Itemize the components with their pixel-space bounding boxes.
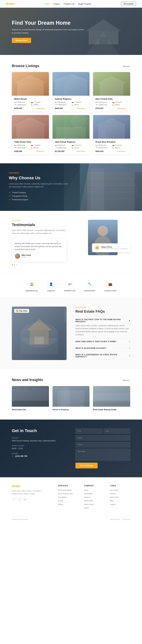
news-card-3: Real Estate Buying Guide (93, 386, 130, 411)
listing-beds-6: 4 Bedrooms (95, 144, 111, 146)
listing-beds-2: 4 Bedrooms (55, 101, 70, 103)
faq-item-2[interactable]: How long does it take to buy a home? ∨ (75, 338, 130, 345)
footer-bottom-links: Privacy Policy Our Terms (110, 518, 130, 520)
listing-read-more-4[interactable]: Read More (36, 150, 46, 152)
nav-property-list[interactable]: Property List (64, 3, 74, 5)
footer-link-a-1[interactable]: Our Clients (110, 489, 118, 491)
listing-size-4: 450m2 (31, 147, 46, 149)
footer-service-link-3[interactable]: Consultation (58, 496, 67, 498)
service-residential: 🏠 Residential (26, 280, 38, 292)
get-quote-button[interactable]: Get a Quote (121, 2, 136, 6)
svg-rect-19 (98, 125, 125, 139)
browse-view-all[interactable]: View All (123, 65, 130, 68)
agents-icon: 👤 (47, 280, 55, 288)
form-email[interactable] (75, 435, 130, 440)
form-last-name[interactable] (103, 428, 130, 434)
contact-hours-label: Work Hours (12, 445, 67, 446)
footer-link-a-2[interactable]: Contact (110, 493, 116, 494)
services-bar: 🏠 Residential 👤 Agents 🏷 Promotion 🔧 Wor… (0, 274, 142, 298)
listing-card: Rental Tulip Ocean View 4 Bedrooms 2 Car… (12, 115, 49, 154)
listing-beds-5: 6 Bedrooms (55, 144, 70, 146)
faq-question-3: What is an escrow account? ∨ (75, 347, 130, 350)
listing-price-4: $350,000 (14, 150, 22, 152)
listing-read-more-2[interactable]: Read More (77, 108, 87, 109)
social-icons: f t in (12, 498, 52, 502)
footer-company-link-5[interactable]: Media Center (84, 504, 94, 505)
footer-link-a-5[interactable]: Insights (110, 504, 116, 505)
listing-card: Rental Avenue Regency 4 Bedrooms 2 Carpo… (53, 72, 90, 112)
svg-rect-41 (12, 389, 49, 401)
footer-link-a-4[interactable]: Blog (110, 500, 113, 502)
news-image-3 (93, 386, 130, 407)
footer-service-link-5[interactable]: Selling (58, 504, 63, 505)
author-name: Mike Lewis (22, 254, 31, 256)
footer-company-link-3[interactable]: Features (84, 496, 90, 498)
consulting-icon: 💼 (106, 280, 114, 288)
facebook-icon[interactable]: f (12, 498, 16, 502)
nav-pages[interactable]: Pages (53, 3, 60, 5)
listing-meta-1: 5 Bedrooms 2 Carpots 2 Bathrooms 450m2 (14, 101, 47, 106)
listing-image-2: Rental (53, 72, 90, 96)
footer-company-link-6[interactable]: Career (84, 507, 89, 509)
news-view-all[interactable]: View All (123, 379, 130, 382)
listing-read-more-5[interactable]: Read More (77, 150, 87, 152)
testimonials-left: Reviews Testimonials Lorem ipsum dolor s… (12, 220, 67, 265)
footer-company-col: Company About Partnership Features Testi… (84, 485, 104, 510)
footer-link-a-3[interactable]: Help Center (110, 496, 119, 498)
form-message[interactable] (75, 449, 130, 460)
happy-clients-badge: 😊 Happy Clients Lorem ipsum dolor sit am… (92, 243, 130, 252)
happy-clients-sub: Lorem ipsum dolor sit amet, consectetur. (101, 248, 128, 250)
hero-cta-button[interactable]: Browse Now (12, 38, 31, 43)
footer-top: Realtic Lorem ipsum dolor sit amet, cons… (12, 485, 130, 516)
listing-cars-1: 2 Carpots (31, 101, 46, 103)
privacy-policy-link[interactable]: Privacy Policy (110, 518, 120, 520)
contact-phone-value: (123) 456 789 (12, 455, 67, 457)
hero-title: Find Your Dream Home (12, 20, 86, 26)
faq-item-4[interactable]: What is a contingency in a real estate c… (75, 352, 130, 360)
listing-read-more-6[interactable]: Read More (117, 150, 128, 152)
dot-2[interactable] (14, 264, 15, 265)
listing-meta-3: 6 Bedrooms 4 Carpots 2 Bathrooms 450m2 (95, 101, 128, 106)
svg-rect-47 (93, 401, 130, 407)
footer-company-link-1[interactable]: About (84, 489, 88, 491)
listing-read-more-1[interactable]: Read More (36, 108, 46, 109)
send-message-button[interactable]: Send Message (75, 463, 98, 468)
instagram-icon[interactable]: in (23, 498, 27, 502)
nav-home[interactable]: Home (45, 3, 50, 5)
form-first-name[interactable] (75, 428, 102, 434)
faq-item-1[interactable]: What is the first step to the home buyin… (75, 316, 130, 338)
listing-info-2: Avenue Regency 4 Bedrooms 2 Carpots 2 Ba… (53, 96, 90, 112)
footer-service-link-4[interactable]: Buying (58, 500, 63, 502)
listing-read-more-3[interactable]: Read More (117, 108, 128, 109)
footer-company-link-2[interactable]: Partnership (84, 493, 92, 494)
nav-single-property[interactable]: Single Property (78, 3, 91, 5)
contact-hours: Work Hours 08:00 – 17:00 (12, 445, 67, 450)
footer-service-link-2[interactable]: Home Measurement (58, 493, 73, 494)
svg-rect-28 (80, 163, 142, 172)
listing-name-2: Avenue Regency (55, 98, 87, 100)
form-phone[interactable] (75, 442, 130, 447)
svg-rect-44 (61, 388, 70, 407)
svg-rect-4 (17, 82, 44, 96)
play-video-button[interactable]: ▶ Play Video (14, 309, 29, 313)
footer-company-5: Media Center (84, 503, 104, 505)
dot-3[interactable] (16, 264, 17, 265)
faq-arrow-1: ∧ (129, 320, 130, 322)
twitter-icon[interactable]: t (18, 498, 22, 502)
hero-subtitle: Explore our comprehensive listings of re… (12, 28, 86, 34)
footer-service-link-1[interactable]: Real Estate Agents (58, 489, 72, 491)
footer: Realtic Lorem ipsum dolor sit amet, cons… (0, 477, 142, 522)
footer-company-link-4[interactable]: Testimonials (84, 500, 93, 502)
listing-price-3: $700,000 (95, 107, 103, 110)
listing-image-1: New York (12, 72, 49, 96)
faq-arrow-4: ∨ (129, 354, 130, 357)
why-list: Trusted Company Transparent Pricing Prof… (9, 192, 71, 201)
svg-rect-38 (35, 336, 44, 344)
svg-marker-1 (86, 19, 121, 31)
news-card-2: Invest in Property (53, 386, 90, 411)
why-title: Why Choose Us (9, 176, 71, 180)
faq-image-left: ▶ Play Video (12, 306, 67, 360)
dot-1[interactable] (12, 264, 13, 265)
our-terms-link[interactable]: Our Terms (123, 518, 130, 520)
faq-item-3[interactable]: What is an escrow account? ∨ (75, 345, 130, 352)
